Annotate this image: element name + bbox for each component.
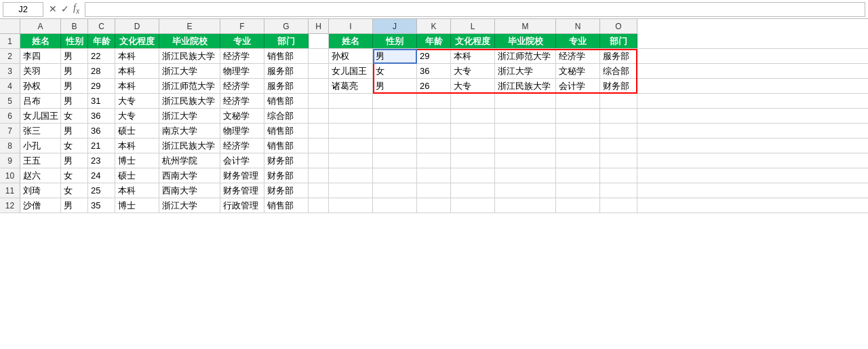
cell-A11[interactable]: 刘琦 [20, 183, 61, 198]
cell-D5[interactable]: 大专 [115, 94, 159, 108]
cell-I2[interactable]: 孙权 [329, 49, 373, 63]
col-header-O[interactable]: O [600, 19, 637, 34]
cell-A4[interactable]: 孙权 [20, 79, 61, 93]
cell-J6[interactable] [373, 109, 417, 123]
cell-J5[interactable] [373, 94, 417, 108]
cell-N4[interactable]: 会计学 [556, 79, 600, 93]
cell-O9[interactable] [600, 153, 637, 168]
cell-M1[interactable]: 毕业院校 [495, 34, 556, 48]
cell-B7[interactable]: 男 [61, 124, 88, 138]
cell-A10[interactable]: 赵六 [20, 168, 61, 183]
col-header-B[interactable]: B [61, 19, 88, 34]
cell-M5[interactable] [495, 94, 556, 108]
cell-C10[interactable]: 24 [88, 168, 115, 183]
cell-N11[interactable] [556, 183, 600, 198]
cell-C8[interactable]: 21 [88, 139, 115, 153]
col-header-K[interactable]: K [417, 19, 451, 34]
col-header-H[interactable]: H [309, 19, 329, 34]
cell-F6[interactable]: 文秘学 [220, 109, 264, 123]
cell-N8[interactable] [556, 139, 600, 153]
cell-C12[interactable]: 35 [88, 198, 115, 213]
cell-C11[interactable]: 25 [88, 183, 115, 198]
cell-O11[interactable] [600, 183, 637, 198]
cell-M8[interactable] [495, 139, 556, 153]
cell-I10[interactable] [329, 168, 373, 183]
cell-A6[interactable]: 女儿国王 [20, 109, 61, 123]
cell-F12[interactable]: 行政管理 [220, 198, 264, 213]
cell-D4[interactable]: 本科 [115, 79, 159, 93]
cell-A3[interactable]: 关羽 [20, 64, 61, 78]
cell-M7[interactable] [495, 124, 556, 138]
col-header-I[interactable]: I [329, 19, 373, 34]
cell-H11[interactable] [309, 183, 329, 198]
cell-O7[interactable] [600, 124, 637, 138]
cell-O3[interactable]: 综合部 [600, 64, 637, 78]
cell-L4[interactable]: 大专 [451, 79, 495, 93]
cell-E5[interactable]: 浙江民族大学 [159, 94, 220, 108]
cell-G3[interactable]: 服务部 [264, 64, 309, 78]
cell-M12[interactable] [495, 198, 556, 213]
cell-J3[interactable]: 女 [373, 64, 417, 78]
cell-H6[interactable] [309, 109, 329, 123]
cell-O1[interactable]: 部门 [600, 34, 637, 48]
cell-F5[interactable]: 经济学 [220, 94, 264, 108]
cell-F2[interactable]: 经济学 [220, 49, 264, 63]
cell-D11[interactable]: 本科 [115, 183, 159, 198]
cell-C4[interactable]: 29 [88, 79, 115, 93]
cell-C9[interactable]: 23 [88, 153, 115, 168]
cell-K1[interactable]: 年龄 [417, 34, 451, 48]
cell-E8[interactable]: 浙江民族大学 [159, 139, 220, 153]
cell-E9[interactable]: 杭州学院 [159, 153, 220, 168]
cell-L6[interactable] [451, 109, 495, 123]
cell-M11[interactable] [495, 183, 556, 198]
cell-M9[interactable] [495, 153, 556, 168]
cell-K3[interactable]: 36 [417, 64, 451, 78]
cell-H7[interactable] [309, 124, 329, 138]
cell-B2[interactable]: 男 [61, 49, 88, 63]
cell-M2[interactable]: 浙江师范大学 [495, 49, 556, 63]
col-header-N[interactable]: N [556, 19, 600, 34]
cell-I12[interactable] [329, 198, 373, 213]
cell-C7[interactable]: 36 [88, 124, 115, 138]
cell-J10[interactable] [373, 168, 417, 183]
cell-L5[interactable] [451, 94, 495, 108]
cell-D10[interactable]: 硕士 [115, 168, 159, 183]
cell-K9[interactable] [417, 153, 451, 168]
cell-F11[interactable]: 财务管理 [220, 183, 264, 198]
cell-N10[interactable] [556, 168, 600, 183]
col-header-E[interactable]: E [159, 19, 220, 34]
cell-N9[interactable] [556, 153, 600, 168]
cell-H10[interactable] [309, 168, 329, 183]
cell-K6[interactable] [417, 109, 451, 123]
cell-I9[interactable] [329, 153, 373, 168]
cell-M3[interactable]: 浙江大学 [495, 64, 556, 78]
cell-L3[interactable]: 大专 [451, 64, 495, 78]
col-header-F[interactable]: F [220, 19, 264, 34]
cell-J4[interactable]: 男 [373, 79, 417, 93]
cell-F10[interactable]: 财务管理 [220, 168, 264, 183]
cell-N2[interactable]: 经济学 [556, 49, 600, 63]
cell-F8[interactable]: 经济学 [220, 139, 264, 153]
cell-D1[interactable]: 文化程度 [115, 34, 159, 48]
col-header-A[interactable]: A [20, 19, 61, 34]
cell-L11[interactable] [451, 183, 495, 198]
cell-G12[interactable]: 销售部 [264, 198, 309, 213]
cell-L2[interactable]: 本科 [451, 49, 495, 63]
cell-B9[interactable]: 男 [61, 153, 88, 168]
col-header-G[interactable]: G [264, 19, 309, 34]
cell-E2[interactable]: 浙江民族大学 [159, 49, 220, 63]
cell-H4[interactable] [309, 79, 329, 93]
cell-H12[interactable] [309, 198, 329, 213]
cell-A8[interactable]: 小孔 [20, 139, 61, 153]
cell-B12[interactable]: 男 [61, 198, 88, 213]
cell-I6[interactable] [329, 109, 373, 123]
cell-C5[interactable]: 31 [88, 94, 115, 108]
cell-K8[interactable] [417, 139, 451, 153]
confirm-icon[interactable]: ✓ [61, 3, 69, 14]
cell-E7[interactable]: 南京大学 [159, 124, 220, 138]
cell-G5[interactable]: 销售部 [264, 94, 309, 108]
cell-G6[interactable]: 综合部 [264, 109, 309, 123]
cell-D7[interactable]: 硕士 [115, 124, 159, 138]
cell-K7[interactable] [417, 124, 451, 138]
col-header-J[interactable]: J [373, 19, 417, 34]
